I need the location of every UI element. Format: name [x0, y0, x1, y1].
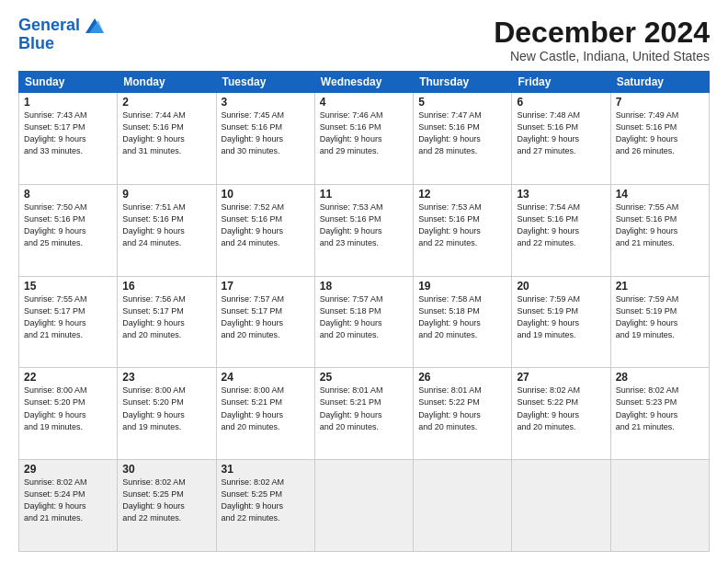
day-number: 20	[517, 280, 605, 293]
day-number: 19	[418, 280, 506, 293]
day-info: Sunrise: 7:48 AM Sunset: 5:16 PM Dayligh…	[517, 109, 605, 157]
day-info: Sunrise: 8:00 AM Sunset: 5:20 PM Dayligh…	[24, 385, 112, 432]
day-info: Sunrise: 8:02 AM Sunset: 5:24 PM Dayligh…	[24, 477, 112, 524]
day-info: Sunrise: 8:00 AM Sunset: 5:20 PM Dayligh…	[122, 385, 210, 432]
day-info: Sunrise: 8:02 AM Sunset: 5:25 PM Dayligh…	[222, 477, 310, 524]
calendar-cell: 13Sunrise: 7:54 AM Sunset: 5:16 PM Dayli…	[512, 184, 610, 276]
day-info: Sunrise: 7:55 AM Sunset: 5:17 PM Dayligh…	[24, 293, 112, 341]
calendar-cell: 11Sunrise: 7:53 AM Sunset: 5:16 PM Dayli…	[314, 184, 413, 276]
calendar-cell: 25Sunrise: 8:01 AM Sunset: 5:21 PM Dayli…	[314, 368, 413, 460]
location: New Castle, Indiana, United States	[494, 49, 710, 63]
day-number: 21	[616, 280, 704, 293]
weekday-header-friday: Friday	[512, 72, 610, 93]
calendar-cell: 17Sunrise: 7:57 AM Sunset: 5:17 PM Dayli…	[216, 276, 314, 368]
calendar-week-2: 8Sunrise: 7:50 AM Sunset: 5:16 PM Daylig…	[19, 184, 710, 276]
day-number: 2	[122, 96, 210, 109]
calendar-cell: 29Sunrise: 8:02 AM Sunset: 5:24 PM Dayli…	[19, 460, 118, 552]
day-number: 14	[616, 188, 704, 201]
day-number: 22	[24, 371, 112, 384]
weekday-header-monday: Monday	[118, 72, 216, 93]
calendar-week-4: 22Sunrise: 8:00 AM Sunset: 5:20 PM Dayli…	[19, 368, 710, 460]
calendar-week-1: 1Sunrise: 7:43 AM Sunset: 5:17 PM Daylig…	[19, 93, 710, 185]
day-info: Sunrise: 7:54 AM Sunset: 5:16 PM Dayligh…	[517, 201, 605, 249]
day-number: 26	[418, 371, 506, 384]
calendar-cell: 5Sunrise: 7:47 AM Sunset: 5:16 PM Daylig…	[414, 93, 512, 185]
calendar-body: 1Sunrise: 7:43 AM Sunset: 5:17 PM Daylig…	[19, 93, 710, 552]
day-number: 1	[24, 96, 112, 109]
day-number: 8	[24, 188, 112, 201]
day-number: 30	[122, 463, 210, 476]
logo-blue: Blue	[18, 35, 54, 52]
day-number: 28	[616, 371, 704, 384]
calendar-cell: 10Sunrise: 7:52 AM Sunset: 5:16 PM Dayli…	[216, 184, 314, 276]
day-info: Sunrise: 7:53 AM Sunset: 5:16 PM Dayligh…	[418, 201, 506, 249]
day-info: Sunrise: 7:56 AM Sunset: 5:17 PM Dayligh…	[122, 293, 210, 341]
day-info: Sunrise: 7:59 AM Sunset: 5:19 PM Dayligh…	[517, 293, 605, 341]
day-number: 16	[122, 280, 210, 293]
calendar-cell: 30Sunrise: 8:02 AM Sunset: 5:25 PM Dayli…	[118, 460, 216, 552]
calendar-cell	[512, 460, 610, 552]
day-info: Sunrise: 7:45 AM Sunset: 5:16 PM Dayligh…	[222, 109, 310, 157]
weekday-header-thursday: Thursday	[414, 72, 512, 93]
day-info: Sunrise: 7:51 AM Sunset: 5:16 PM Dayligh…	[122, 201, 210, 249]
calendar-cell: 26Sunrise: 8:01 AM Sunset: 5:22 PM Dayli…	[414, 368, 512, 460]
calendar-cell: 23Sunrise: 8:00 AM Sunset: 5:20 PM Dayli…	[118, 368, 216, 460]
calendar-cell: 1Sunrise: 7:43 AM Sunset: 5:17 PM Daylig…	[19, 93, 118, 185]
day-number: 15	[24, 280, 112, 293]
calendar-cell: 27Sunrise: 8:02 AM Sunset: 5:22 PM Dayli…	[512, 368, 610, 460]
weekday-header-tuesday: Tuesday	[216, 72, 314, 93]
calendar-cell: 19Sunrise: 7:58 AM Sunset: 5:18 PM Dayli…	[414, 276, 512, 368]
day-info: Sunrise: 7:57 AM Sunset: 5:17 PM Dayligh…	[222, 293, 310, 341]
day-info: Sunrise: 7:43 AM Sunset: 5:17 PM Dayligh…	[24, 109, 112, 157]
calendar-cell	[414, 460, 512, 552]
day-info: Sunrise: 7:46 AM Sunset: 5:16 PM Dayligh…	[320, 109, 408, 157]
calendar-cell: 12Sunrise: 7:53 AM Sunset: 5:16 PM Dayli…	[414, 184, 512, 276]
day-info: Sunrise: 7:57 AM Sunset: 5:18 PM Dayligh…	[320, 293, 408, 341]
day-info: Sunrise: 7:50 AM Sunset: 5:16 PM Dayligh…	[24, 201, 112, 249]
page: General Blue December 2024 New Castle, I…	[0, 0, 728, 563]
day-number: 11	[320, 188, 408, 201]
day-info: Sunrise: 7:49 AM Sunset: 5:16 PM Dayligh…	[616, 109, 704, 157]
calendar-cell: 24Sunrise: 8:00 AM Sunset: 5:21 PM Dayli…	[216, 368, 314, 460]
calendar-cell: 7Sunrise: 7:49 AM Sunset: 5:16 PM Daylig…	[610, 93, 709, 185]
day-number: 25	[320, 371, 408, 384]
day-number: 27	[517, 371, 605, 384]
day-number: 4	[320, 96, 408, 109]
day-number: 10	[222, 188, 310, 201]
calendar-cell: 31Sunrise: 8:02 AM Sunset: 5:25 PM Dayli…	[216, 460, 314, 552]
calendar-cell: 20Sunrise: 7:59 AM Sunset: 5:19 PM Dayli…	[512, 276, 610, 368]
day-info: Sunrise: 7:53 AM Sunset: 5:16 PM Dayligh…	[320, 201, 408, 249]
calendar-cell	[610, 460, 709, 552]
calendar-cell: 6Sunrise: 7:48 AM Sunset: 5:16 PM Daylig…	[512, 93, 610, 185]
day-info: Sunrise: 7:55 AM Sunset: 5:16 PM Dayligh…	[616, 201, 704, 249]
day-info: Sunrise: 7:52 AM Sunset: 5:16 PM Dayligh…	[222, 201, 310, 249]
day-info: Sunrise: 8:01 AM Sunset: 5:22 PM Dayligh…	[418, 385, 506, 432]
calendar-cell: 15Sunrise: 7:55 AM Sunset: 5:17 PM Dayli…	[19, 276, 118, 368]
calendar-header-row: SundayMondayTuesdayWednesdayThursdayFrid…	[19, 72, 710, 93]
calendar-table: SundayMondayTuesdayWednesdayThursdayFrid…	[18, 71, 710, 552]
day-info: Sunrise: 8:01 AM Sunset: 5:21 PM Dayligh…	[320, 385, 408, 432]
day-info: Sunrise: 7:44 AM Sunset: 5:16 PM Dayligh…	[122, 109, 210, 157]
calendar-cell: 22Sunrise: 8:00 AM Sunset: 5:20 PM Dayli…	[19, 368, 118, 460]
calendar-cell: 21Sunrise: 7:59 AM Sunset: 5:19 PM Dayli…	[610, 276, 709, 368]
calendar-cell: 4Sunrise: 7:46 AM Sunset: 5:16 PM Daylig…	[314, 93, 413, 185]
day-number: 12	[418, 188, 506, 201]
day-number: 7	[616, 96, 704, 109]
calendar-week-3: 15Sunrise: 7:55 AM Sunset: 5:17 PM Dayli…	[19, 276, 710, 368]
day-info: Sunrise: 7:58 AM Sunset: 5:18 PM Dayligh…	[418, 293, 506, 341]
day-info: Sunrise: 8:00 AM Sunset: 5:21 PM Dayligh…	[222, 385, 310, 432]
weekday-header-sunday: Sunday	[19, 72, 118, 93]
logo-icon	[85, 18, 104, 33]
day-info: Sunrise: 8:02 AM Sunset: 5:22 PM Dayligh…	[517, 385, 605, 432]
day-info: Sunrise: 8:02 AM Sunset: 5:23 PM Dayligh…	[616, 385, 704, 432]
calendar-cell: 2Sunrise: 7:44 AM Sunset: 5:16 PM Daylig…	[118, 93, 216, 185]
calendar-cell: 3Sunrise: 7:45 AM Sunset: 5:16 PM Daylig…	[216, 93, 314, 185]
calendar-week-5: 29Sunrise: 8:02 AM Sunset: 5:24 PM Dayli…	[19, 460, 710, 552]
day-number: 23	[122, 371, 210, 384]
calendar-cell: 18Sunrise: 7:57 AM Sunset: 5:18 PM Dayli…	[314, 276, 413, 368]
calendar-cell: 14Sunrise: 7:55 AM Sunset: 5:16 PM Dayli…	[610, 184, 709, 276]
day-number: 6	[517, 96, 605, 109]
calendar-cell: 8Sunrise: 7:50 AM Sunset: 5:16 PM Daylig…	[19, 184, 118, 276]
month-title: December 2024	[494, 17, 710, 49]
weekday-header-saturday: Saturday	[610, 72, 709, 93]
